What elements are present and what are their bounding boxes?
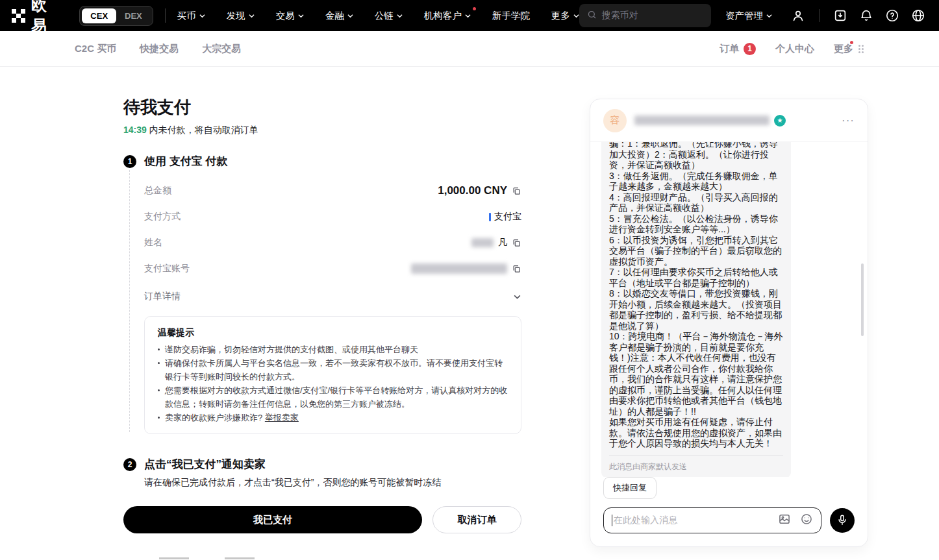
- sub-nav: C2C 买币 快捷交易 大宗交易 订单 1 个人中心 更多: [0, 31, 939, 67]
- payee-name-redacted: [471, 238, 494, 247]
- new-dot: [473, 7, 476, 10]
- chat-more-icon[interactable]: ···: [842, 114, 855, 127]
- copy-icon[interactable]: [512, 238, 521, 248]
- voice-message-button[interactable]: [830, 508, 855, 533]
- payment-method-value: 支付宝: [494, 211, 521, 223]
- search-placeholder: 搜索币对: [602, 10, 638, 21]
- input-icons: [778, 513, 813, 528]
- alipay-method-icon: [489, 213, 491, 221]
- text-caret: [612, 515, 612, 526]
- chat-input-row: 在此处输入消息: [603, 507, 855, 533]
- assets-menu[interactable]: 资产管理: [725, 10, 772, 22]
- total-amount-value: 1,000.00 CNY: [438, 184, 507, 197]
- search-input[interactable]: 搜索币对: [579, 4, 711, 27]
- toggle-cex[interactable]: CEX: [82, 8, 116, 23]
- microphone-icon: [836, 514, 848, 528]
- chevron-down-icon: [766, 13, 772, 19]
- alipay-account-redacted: [411, 263, 507, 274]
- okx-logo-icon: [12, 9, 25, 23]
- payment-method-row: 支付方式 支付宝: [144, 204, 521, 230]
- chat-input-placeholder: 在此处输入消息: [614, 515, 778, 526]
- action-buttons: 我已支付 取消订单: [123, 506, 521, 533]
- notifications-bell-icon[interactable]: [857, 6, 875, 25]
- step2-header: 2 点击“我已支付”通知卖家: [123, 457, 521, 472]
- clipped-next-section: [159, 557, 255, 559]
- payment-detail-rows: 总金额 1,000.00 CNY 支付方式 支付宝 姓名 凡: [144, 178, 521, 310]
- cex-dex-toggle: CEX DEX: [79, 6, 153, 26]
- verified-badge-icon: ★: [774, 115, 786, 127]
- order-main: 待我支付 14:39 内未付款，将自动取消订单 1 使用 支付宝 付款 总金额 …: [123, 96, 521, 533]
- chat-message-input[interactable]: 在此处输入消息: [603, 507, 821, 533]
- brand-name: 欧易: [31, 0, 57, 36]
- alipay-account-row: 支付宝账号: [144, 256, 521, 282]
- menu-academy[interactable]: 新手学院: [492, 10, 530, 22]
- help-icon[interactable]: [883, 6, 901, 25]
- tips-list: 谨防交易诈骗，切勿轻信对方提供的支付截图、或使用其他平台聊天 请确保付款卡所属人…: [158, 343, 508, 424]
- chevron-down-icon: [199, 13, 205, 19]
- chevron-down-icon: [249, 13, 255, 19]
- tab-express-trade[interactable]: 快捷交易: [140, 43, 179, 55]
- chevron-down-icon: [573, 13, 579, 19]
- menu-chain[interactable]: 公链: [375, 10, 403, 22]
- step-connector-line: [129, 170, 130, 432]
- page-title: 待我支付: [123, 96, 521, 119]
- tip-item: 谨防交易诈骗，切勿轻信对方提供的支付截图、或使用其他平台聊天: [158, 343, 508, 356]
- profile-center-link[interactable]: 个人中心: [775, 43, 814, 55]
- okx-c2c-order-page: 欧易 CEX DEX 买币 发现 交易 金融 公链 机构客户 新手学院 更多 搜…: [0, 0, 939, 560]
- attach-image-icon[interactable]: [778, 513, 791, 528]
- top-nav: 欧易 CEX DEX 买币 发现 交易 金融 公链 机构客户 新手学院 更多 搜…: [0, 0, 939, 31]
- merchant-name-redacted: [634, 116, 770, 125]
- order-details-toggle[interactable]: 订单详情: [144, 284, 521, 310]
- sub-nav-tabs: C2C 买币 快捷交易 大宗交易: [75, 43, 241, 55]
- orders-count-badge: 1: [744, 43, 756, 55]
- sub-nav-right: 订单 1 个人中心 更多: [720, 43, 864, 55]
- chat-message-area[interactable]: 骗：1：兼职返佣。（先让你赚小钱，诱导加大投资）2：高额返利。（让你进行投资，并…: [590, 142, 868, 477]
- okx-brand[interactable]: 欧易: [12, 0, 57, 36]
- step2-subtitle: 请在确保已完成付款后，才点击“我已支付”，否则您的账号可能被暂时冻结: [144, 477, 521, 489]
- merchant-message-text: 骗：1：兼职返佣。（先让你赚小钱，诱导加大投资）2：高额返利。（让你进行投资，并…: [609, 142, 783, 449]
- orders-link[interactable]: 订单 1: [720, 43, 756, 55]
- merchant-chat-panel: 容 ★ ··· 骗：1：兼职返佣。（先让你赚小钱，诱导加大投资）2：高额返利。（…: [590, 99, 868, 547]
- cancel-order-button[interactable]: 取消订单: [432, 506, 521, 533]
- apps-dots-icon: [858, 45, 864, 53]
- chat-header: 容 ★ ···: [590, 99, 868, 142]
- account-icon[interactable]: [789, 6, 807, 25]
- copy-icon[interactable]: [512, 264, 521, 274]
- new-dot: [850, 41, 853, 44]
- download-app-icon[interactable]: [831, 6, 849, 25]
- menu-finance[interactable]: 金融: [325, 10, 353, 22]
- menu-buy-crypto[interactable]: 买币: [177, 10, 205, 22]
- search-icon: [587, 10, 597, 21]
- menu-trade[interactable]: 交易: [276, 10, 304, 22]
- top-icons: [789, 6, 927, 25]
- quick-reply-button[interactable]: 快捷回复: [603, 477, 657, 499]
- icons-divider: [819, 9, 820, 22]
- merchant-avatar[interactable]: 容: [603, 109, 627, 132]
- chat-scrollbar[interactable]: [861, 263, 864, 336]
- merchant-name: ★: [634, 115, 786, 127]
- subnav-more[interactable]: 更多: [834, 43, 864, 55]
- emoji-icon[interactable]: [800, 513, 813, 528]
- payee-name-visible: 凡: [498, 237, 507, 249]
- merchant-message-bubble: 骗：1：兼职返佣。（先让你赚小钱，诱导加大投资）2：高额返利。（让你进行投资，并…: [601, 142, 791, 477]
- tip-item: 请确保付款卡所属人与平台实名信息一致，若不一致卖家有权不放币。请不要使用支付宝转…: [158, 356, 508, 383]
- tip-item: 您需要根据对方的收款方式通过微信/支付宝/银行卡等平台转账给对方，请认真核对对方…: [158, 383, 508, 411]
- menu-institutional[interactable]: 机构客户: [424, 10, 471, 22]
- chevron-down-icon: [513, 293, 521, 301]
- tab-c2c-buy[interactable]: C2C 买币: [75, 43, 116, 55]
- chat-footer: 快捷回复 在此处输入消息: [590, 477, 868, 546]
- step2-title: 点击“我已支付”通知卖家: [144, 457, 266, 472]
- language-globe-icon[interactable]: [909, 6, 927, 25]
- chevron-down-icon: [397, 13, 403, 19]
- report-seller-link[interactable]: 举报卖家: [265, 413, 299, 422]
- chevron-down-icon: [298, 13, 304, 19]
- chevron-down-icon: [465, 13, 471, 19]
- tab-block-trade[interactable]: 大宗交易: [202, 43, 241, 55]
- tip-item: 卖家的收款账户涉嫌欺诈? 举报卖家: [158, 411, 508, 424]
- menu-discover[interactable]: 发现: [227, 10, 255, 22]
- paid-button[interactable]: 我已支付: [123, 506, 422, 533]
- menu-more[interactable]: 更多: [551, 10, 579, 22]
- copy-icon[interactable]: [512, 186, 521, 196]
- total-amount-row: 总金额 1,000.00 CNY: [144, 178, 521, 204]
- toggle-dex[interactable]: DEX: [116, 8, 151, 23]
